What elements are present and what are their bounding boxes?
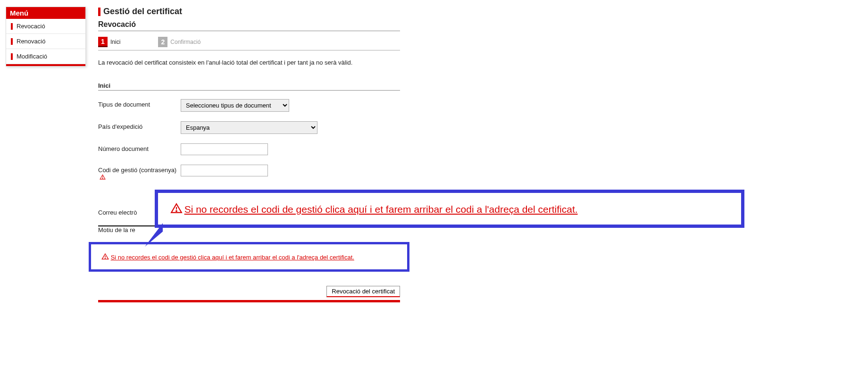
menu-item-label: Renovació <box>17 38 45 45</box>
forgot-code-link[interactable]: Si no recordes el codi de gestió clica a… <box>184 204 578 215</box>
menu-item-revocacio[interactable]: Revocació <box>6 19 85 34</box>
main-content: Gestió del certificat Revocació 1 Inici … <box>98 7 400 302</box>
page-subtitle: Revocació <box>98 20 400 31</box>
code-label: Codi de gestió (contrasenya) <box>98 165 181 181</box>
callout-pointer-icon <box>145 223 163 248</box>
step-1-label: Inici <box>110 39 120 45</box>
svg-point-6 <box>105 258 105 258</box>
page-title-text: Gestió del certificat <box>103 7 182 17</box>
sidebar-menu: Menú Revocació Renovació Modificació <box>6 7 86 67</box>
code-input[interactable] <box>181 165 268 176</box>
svg-marker-4 <box>145 223 163 247</box>
step-2-number: 2 <box>158 37 167 47</box>
intro-text: La revocació del certificat consisteix e… <box>98 59 400 66</box>
menu-item-label: Revocació <box>17 23 45 30</box>
svg-point-1 <box>102 178 103 179</box>
page-title: Gestió del certificat <box>98 7 400 17</box>
doc-num-input[interactable] <box>181 143 268 155</box>
menu-item-modificacio[interactable]: Modificació <box>6 49 85 64</box>
warning-icon <box>100 174 106 181</box>
warning-icon <box>170 207 184 214</box>
svg-point-3 <box>176 211 177 212</box>
menu-marker-icon <box>11 53 13 60</box>
menu-bottom-bar <box>6 64 85 66</box>
step-2: 2 Confirmació <box>158 37 200 47</box>
section-title: Inici <box>98 82 400 91</box>
step-1-number: 1 <box>98 37 108 47</box>
doc-type-select[interactable]: Seleccioneu tipus de document <box>181 99 289 112</box>
step-indicator: 1 Inici 2 Confirmació <box>98 34 400 50</box>
callout-enlarged: Si no recordes el codi de gestió clica a… <box>155 190 744 228</box>
step-1: 1 Inici <box>98 37 120 47</box>
menu-item-label: Modificació <box>17 53 47 60</box>
bottom-rule <box>98 300 400 302</box>
menu-marker-icon <box>11 38 13 45</box>
doc-num-label: Número document <box>98 143 181 152</box>
menu-title: Menú <box>6 7 85 19</box>
menu-item-renovacio[interactable]: Renovació <box>6 34 85 49</box>
warning-icon <box>101 254 111 261</box>
country-select[interactable]: Espanya <box>181 121 317 134</box>
forgot-code-link[interactable]: Si no recordes el codi de gestió clica a… <box>111 254 354 261</box>
revoke-button[interactable]: Revocació del certificat <box>326 286 400 297</box>
menu-marker-icon <box>11 23 13 30</box>
country-label: País d'expedició <box>98 121 181 130</box>
doc-type-label: Tipus de document <box>98 99 181 108</box>
callout-original: Si no recordes el codi de gestió clica a… <box>89 242 409 272</box>
code-label-text: Codi de gestió (contrasenya) <box>98 167 176 174</box>
step-2-label: Confirmació <box>170 39 200 45</box>
title-bar-icon <box>98 8 100 16</box>
